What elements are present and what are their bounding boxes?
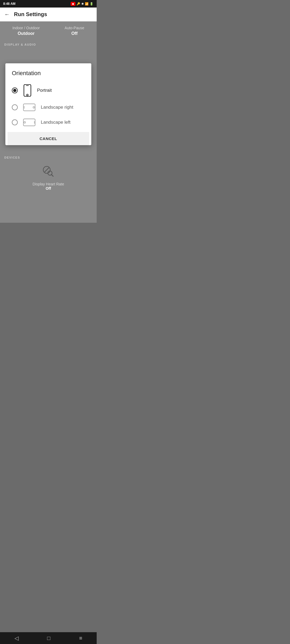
svg-rect-0 [24, 85, 31, 96]
landscape-left-radio[interactable] [12, 119, 18, 125]
landscape-left-icon [23, 118, 35, 127]
cancel-button[interactable]: CANCEL [8, 132, 89, 145]
page-title: Run Settings [14, 11, 47, 17]
nav-home-button[interactable]: □ [41, 633, 57, 643]
svg-rect-1 [26, 85, 29, 86]
auto-pause-item: Auto-Pause Off [65, 26, 84, 36]
svg-point-2 [27, 94, 28, 96]
landscape-right-label: Landscape right [41, 105, 73, 110]
nav-back-button[interactable]: ◁ [8, 633, 25, 643]
record-icon: ⏺ [71, 2, 75, 6]
bluetooth-icon: ✱ [81, 2, 84, 6]
devices-section-header: DEVICES [0, 153, 97, 160]
portrait-option[interactable]: Portrait [5, 81, 91, 100]
svg-rect-7 [34, 121, 35, 124]
settings-row: Indoor / Outdoor Outdoor Auto-Pause Off [0, 21, 97, 40]
auto-pause-label: Auto-Pause [65, 26, 84, 30]
device-value: Off [46, 186, 51, 191]
orientation-dialog: Orientation Portrait [5, 63, 91, 145]
status-time: 8:46 AM [3, 2, 16, 6]
svg-rect-4 [24, 106, 24, 109]
landscape-left-label: Landscape left [41, 120, 71, 125]
landscape-right-radio[interactable] [12, 104, 18, 110]
nav-menu-button[interactable]: ≡ [73, 633, 89, 643]
portrait-radio[interactable] [12, 87, 18, 93]
dialog-actions: CANCEL [5, 130, 91, 145]
landscape-right-option[interactable]: Landscape right [5, 100, 91, 115]
wifi-icon: 📶 [85, 2, 89, 6]
dialog-title-area: Orientation [5, 63, 91, 81]
battery-icon: 🔋 [90, 2, 93, 6]
svg-point-8 [24, 122, 26, 123]
back-button[interactable]: ← [4, 11, 10, 17]
auto-pause-value: Off [65, 31, 84, 36]
portrait-icon [23, 84, 32, 97]
main-content: Indoor / Outdoor Outdoor Auto-Pause Off … [0, 21, 97, 223]
portrait-label: Portrait [37, 88, 52, 93]
status-right: ⏺ 🔑 ✱ 📶 🔋 [71, 2, 93, 6]
bottom-spacer [0, 196, 97, 223]
spacer-after-dialog [0, 145, 97, 153]
spacer-bg [0, 47, 97, 63]
indoor-outdoor-item: Indoor / Outdoor Outdoor [12, 26, 40, 36]
nav-bar: ◁ □ ≡ [0, 632, 97, 644]
portrait-radio-inner [13, 89, 16, 92]
dialog-title: Orientation [12, 70, 41, 76]
svg-line-12 [51, 174, 53, 176]
key-icon: 🔑 [77, 2, 80, 6]
landscape-left-option[interactable]: Landscape left [5, 115, 91, 130]
indoor-outdoor-value: Outdoor [12, 31, 40, 36]
dialog-area: Orientation Portrait [0, 63, 97, 145]
device-item: Display Heart Rate Off [0, 160, 97, 196]
status-left: 8:46 AM [3, 2, 16, 6]
top-nav: ← Run Settings [0, 8, 97, 21]
device-icon [42, 166, 54, 180]
svg-rect-6 [23, 119, 35, 126]
indoor-outdoor-label: Indoor / Outdoor [12, 26, 40, 30]
landscape-right-icon [23, 103, 35, 112]
display-audio-section-header: DISPLAY & AUDIO [0, 40, 97, 47]
status-bar: 8:46 AM ⏺ 🔑 ✱ 📶 🔋 [0, 0, 97, 8]
device-name: Display Heart Rate [32, 182, 64, 186]
svg-point-5 [33, 107, 35, 108]
svg-rect-3 [23, 104, 35, 111]
page-wrapper: 8:46 AM ⏺ 🔑 ✱ 📶 🔋 ← Run Settings Indoor … [0, 0, 97, 223]
